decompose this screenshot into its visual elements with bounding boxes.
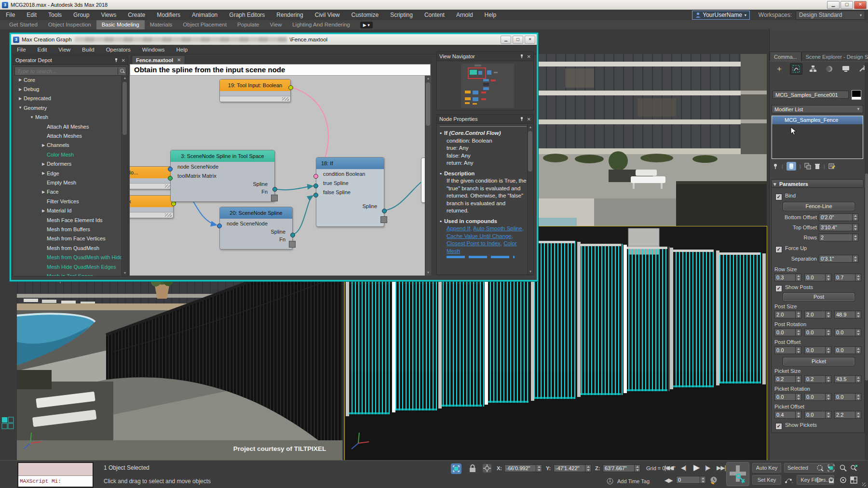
- tree-item[interactable]: Mesh Face Element Ids: [13, 215, 122, 224]
- pin-icon[interactable]: [519, 54, 524, 59]
- tab-materials[interactable]: Materials: [145, 20, 178, 29]
- maximize-viewport-toggle-icon[interactable]: [849, 475, 859, 485]
- tree-item[interactable]: Empty Mesh: [13, 178, 122, 187]
- mcg-menu-build[interactable]: Build: [76, 47, 100, 53]
- menu-arnold[interactable]: Arnold: [450, 10, 479, 20]
- output-port-spline[interactable]: [290, 233, 295, 237]
- depot-scrollbar[interactable]: ▲ ▼: [122, 75, 128, 276]
- mcg-menu-operators[interactable]: Operators: [100, 47, 136, 53]
- post-size-x[interactable]: 2.0: [774, 311, 801, 318]
- tree-item[interactable]: Mesh from QuadMesh: [13, 243, 122, 252]
- picket-rot-z[interactable]: 0.0: [834, 393, 861, 401]
- goto-end-button[interactable]: ▶▶|: [717, 464, 726, 471]
- tree-item[interactable]: Mesh from Face Vertices: [13, 234, 122, 243]
- force-up-checkbox[interactable]: ✓Force Up: [775, 245, 807, 253]
- input-port-true[interactable]: [313, 184, 318, 188]
- picket-rot-x[interactable]: 0.0: [774, 393, 801, 401]
- search-icon[interactable]: [118, 67, 126, 75]
- row-size-z[interactable]: 0.7: [834, 274, 861, 281]
- menu-civil-view[interactable]: Civil View: [309, 10, 346, 20]
- output-port-boolean[interactable]: [288, 85, 293, 90]
- output-port[interactable]: [171, 201, 176, 206]
- menu-tools[interactable]: Tools: [42, 10, 68, 20]
- pin-icon[interactable]: [114, 58, 119, 63]
- graph-tab-fence[interactable]: Fence.maxtool✕: [132, 55, 185, 64]
- tab-get-started[interactable]: Get Started: [4, 20, 43, 29]
- zoom-all-icon[interactable]: [849, 463, 859, 473]
- tab-populate[interactable]: Populate: [232, 20, 264, 29]
- node-resize-grip[interactable]: [220, 96, 290, 102]
- mcg-minimize-button[interactable]: ▁: [501, 36, 511, 44]
- compound-link[interactable]: Cache Value Until Change: [447, 233, 512, 239]
- play-button[interactable]: ▶: [693, 462, 700, 473]
- output-port-spline[interactable]: [272, 187, 277, 192]
- menu-group[interactable]: Group: [68, 10, 95, 20]
- props-scrollbar[interactable]: ▲ ▼: [527, 124, 533, 275]
- display-icon[interactable]: [840, 64, 852, 74]
- time-tag-icon[interactable]: [607, 478, 613, 485]
- tree-item-geometry[interactable]: ▼Geometry: [13, 103, 122, 112]
- output-port-fn[interactable]: [380, 216, 387, 223]
- menu-edit[interactable]: Edit: [21, 10, 42, 20]
- graph-node-19-tool-input-boolean[interactable]: 19: Tool Input: Boolean: [219, 79, 291, 102]
- create-icon[interactable]: ＋: [773, 64, 785, 74]
- tree-item[interactable]: Mesh from Buffers: [13, 224, 122, 234]
- graph-canvas[interactable]: 19: Tool Input: Boolean eNo... trix 3: S…: [130, 76, 431, 276]
- close-icon[interactable]: ✕: [122, 58, 125, 63]
- add-time-tag[interactable]: Add Time Tag: [617, 478, 650, 484]
- maxscript-mini-listener[interactable]: MAXScript Mi:: [17, 462, 94, 488]
- post-rot-y[interactable]: 0.0: [804, 329, 831, 336]
- zoom-extents-icon[interactable]: [826, 463, 836, 473]
- output-port-fn[interactable]: [271, 195, 278, 201]
- time-configuration-icon[interactable]: [710, 476, 718, 484]
- picket-rot-y[interactable]: 0.0: [804, 393, 831, 401]
- command-panel-scrollbar[interactable]: [865, 63, 868, 460]
- remove-modifier-icon[interactable]: [814, 163, 820, 170]
- mcg-titlebar[interactable]: 3 Max Creation Graph \Fence.maxtool ▁ ▢ …: [11, 34, 537, 45]
- object-color-swatch[interactable]: [852, 90, 861, 100]
- tree-item-debug[interactable]: ▶Debug: [13, 84, 122, 93]
- maxscript-listener-pane[interactable]: MAXScript Mi:: [18, 476, 93, 487]
- pan-icon[interactable]: [826, 475, 836, 485]
- row-size-y[interactable]: 0.0: [804, 274, 831, 281]
- input-port-node[interactable]: [168, 167, 173, 171]
- input-port-node[interactable]: [217, 224, 222, 228]
- modifier-list-dropdown[interactable]: Modifier List▼: [772, 105, 863, 113]
- mcg-menu-help[interactable]: Help: [170, 47, 193, 53]
- maxscript-macro-pane[interactable]: [18, 463, 93, 476]
- row-size-x[interactable]: 0.3: [774, 274, 801, 281]
- picket-size-y[interactable]: 0.2: [804, 375, 831, 383]
- post-button[interactable]: Post: [783, 293, 854, 301]
- motion-icon[interactable]: [824, 64, 835, 74]
- y-coord-spinner[interactable]: -47'1.422": [554, 464, 591, 472]
- pin-icon[interactable]: [519, 117, 524, 121]
- compound-link[interactable]: Auto Smooth Spline: [473, 225, 522, 231]
- post-rot-z[interactable]: 0.0: [834, 329, 861, 336]
- mcg-maximize-button[interactable]: ▢: [513, 36, 523, 44]
- picket-size-z[interactable]: 43.5: [834, 375, 861, 383]
- pin-stack-icon[interactable]: [773, 163, 778, 169]
- set-key-filters-icon[interactable]: ,: [785, 476, 795, 484]
- rows-spinner[interactable]: 2: [819, 234, 858, 241]
- fence-line-button[interactable]: Fence-Line: [783, 202, 854, 211]
- absolute-mode-transform-icon[interactable]: [482, 463, 492, 473]
- input-port-false[interactable]: [313, 193, 318, 198]
- close-icon[interactable]: ✕: [527, 54, 531, 59]
- menu-views[interactable]: Views: [95, 10, 122, 20]
- menu-file[interactable]: File: [0, 10, 21, 20]
- menu-modifiers[interactable]: Modifiers: [151, 10, 186, 20]
- zoom-region-icon[interactable]: [815, 463, 825, 473]
- menu-animation[interactable]: Animation: [186, 10, 223, 20]
- menu-customize[interactable]: Customize: [346, 10, 385, 20]
- current-frame-spinner[interactable]: 0: [676, 476, 706, 484]
- show-end-result-icon[interactable]: [787, 162, 796, 171]
- picket-off-z[interactable]: 2.2: [834, 411, 861, 419]
- tab-object-inspection[interactable]: Object Inspection: [43, 20, 96, 29]
- input-port-condition[interactable]: [313, 174, 318, 179]
- tree-item[interactable]: ▶Face: [13, 187, 122, 197]
- tab-close-icon[interactable]: ✕: [177, 57, 181, 63]
- tree-item[interactable]: ▶Deformers: [13, 159, 122, 169]
- tree-item[interactable]: Mesh from QuadMesh with Hidd...: [13, 252, 122, 262]
- picket-off-x[interactable]: 0.4: [774, 411, 801, 419]
- orbit-icon[interactable]: [838, 475, 848, 485]
